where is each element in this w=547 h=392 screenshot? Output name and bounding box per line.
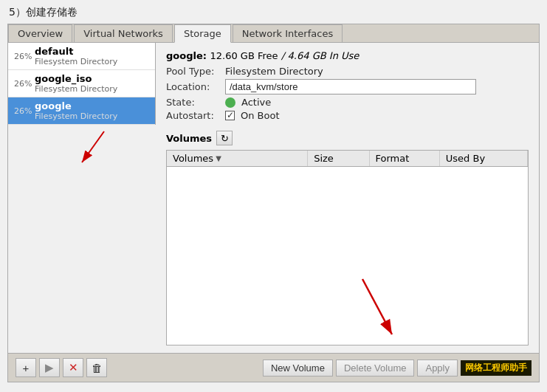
pool-type-default: Filesystem Directory bbox=[35, 57, 149, 66]
volumes-header: Volumes ↻ bbox=[166, 131, 529, 145]
pool-detail-title: google: 12.60 GB Free / 4.64 GB In Use bbox=[166, 50, 359, 61]
bottom-toolbar: + ▶ ✕ 🗑 New Volume Delete Volume Apply 网… bbox=[8, 353, 539, 382]
svg-line-1 bbox=[82, 131, 104, 162]
autostart-label: Autostart: bbox=[166, 110, 225, 121]
watermark: 网络工程师助手 bbox=[461, 360, 531, 376]
new-volume-label: New Volume bbox=[271, 362, 325, 374]
pool-info-google-iso: google_iso Filesystem Directory bbox=[35, 73, 149, 94]
col-volumes-arrow: ▼ bbox=[216, 154, 221, 162]
pool-type-row: Pool Type: Filesystem Directory bbox=[166, 66, 529, 77]
pool-detail-name: google: bbox=[166, 50, 207, 61]
location-input[interactable] bbox=[225, 79, 476, 94]
pool-info-default: default Filesystem Directory bbox=[35, 46, 149, 66]
volumes-table: Volumes ▼ Size Format bbox=[167, 151, 528, 167]
tab-storage[interactable]: Storage bbox=[174, 24, 231, 43]
left-panel: 26% default Filesystem Directory 26% goo… bbox=[8, 43, 156, 125]
autostart-row: Autostart: On Boot bbox=[166, 110, 529, 121]
col-format-label: Format bbox=[376, 153, 410, 164]
delete-button[interactable]: ✕ bbox=[63, 358, 83, 377]
location-value bbox=[225, 79, 476, 94]
content-area: 26% default Filesystem Directory 26% goo… bbox=[8, 43, 539, 353]
pool-percent-google-iso: 26% bbox=[14, 79, 35, 89]
page-header: 5）创建存储卷 bbox=[0, 0, 547, 24]
pool-type-google: Filesystem Directory bbox=[35, 111, 149, 121]
apply-label: Apply bbox=[425, 362, 450, 374]
new-volume-button[interactable]: New Volume bbox=[263, 360, 333, 376]
refresh-button[interactable]: ↻ bbox=[216, 131, 233, 145]
pool-detail-free: 12.60 GB Free bbox=[210, 50, 278, 61]
trash-icon: 🗑 bbox=[92, 362, 103, 374]
pool-type-label: Pool Type: bbox=[166, 66, 225, 77]
state-value: Active bbox=[225, 97, 271, 108]
pool-type-google-iso: Filesystem Directory bbox=[35, 84, 149, 94]
pool-name-google-iso: google_iso bbox=[35, 73, 149, 84]
delete-volume-button[interactable]: Delete Volume bbox=[336, 360, 415, 376]
play-button[interactable]: ▶ bbox=[39, 358, 60, 377]
play-icon: ▶ bbox=[45, 361, 54, 374]
location-label: Location: bbox=[166, 81, 225, 92]
autostart-checkbox-icon bbox=[225, 111, 235, 120]
volumes-label: Volumes bbox=[166, 133, 212, 144]
right-panel: google: 12.60 GB Free / 4.64 GB In Use P… bbox=[156, 43, 539, 353]
delete-volume-label: Delete Volume bbox=[344, 362, 407, 374]
page-title: 5）创建存储卷 bbox=[9, 6, 78, 18]
tab-virtual-networks[interactable]: Virtual Networks bbox=[74, 24, 173, 42]
add-icon: + bbox=[23, 362, 30, 374]
delete-icon: ✕ bbox=[69, 361, 78, 374]
pool-detail-inuse: / 4.64 GB In Use bbox=[281, 50, 359, 61]
tab-overview[interactable]: Overview bbox=[8, 24, 72, 42]
pool-percent-default: 26% bbox=[14, 52, 35, 61]
col-volumes-label: Volumes bbox=[173, 153, 213, 164]
autostart-value: On Boot bbox=[225, 110, 280, 121]
tab-network-interfaces[interactable]: Network Interfaces bbox=[233, 24, 343, 42]
main-container: Overview Virtual Networks Storage Networ… bbox=[7, 24, 540, 382]
pool-percent-google: 26% bbox=[14, 106, 35, 116]
pool-name-google: google bbox=[35, 100, 149, 111]
location-row: Location: bbox=[166, 79, 529, 94]
state-label: State: bbox=[166, 97, 225, 108]
state-text: Active bbox=[241, 97, 271, 108]
state-row: State: Active bbox=[166, 97, 529, 108]
volumes-section: Volumes ↻ Volumes bbox=[166, 131, 529, 345]
refresh-icon: ↻ bbox=[221, 133, 229, 144]
pool-type-value: Filesystem Directory bbox=[225, 66, 323, 77]
pool-detail-header: google: 12.60 GB Free / 4.64 GB In Use bbox=[166, 50, 529, 61]
volumes-table-container: Volumes ▼ Size Format bbox=[166, 150, 529, 345]
pool-item-google-iso[interactable]: 26% google_iso Filesystem Directory bbox=[8, 70, 155, 97]
tab-bar: Overview Virtual Networks Storage Networ… bbox=[8, 24, 539, 43]
col-usedby-label: Used By bbox=[446, 153, 485, 164]
col-size-label: Size bbox=[314, 153, 334, 164]
apply-button[interactable]: Apply bbox=[417, 360, 458, 376]
col-format: Format bbox=[369, 151, 439, 167]
col-usedby: Used By bbox=[439, 151, 527, 167]
pool-item-google[interactable]: 26% google Filesystem Directory bbox=[8, 97, 155, 125]
pool-name-default: default bbox=[35, 46, 149, 57]
add-button[interactable]: + bbox=[16, 358, 36, 377]
pool-info-google: google Filesystem Directory bbox=[35, 100, 149, 121]
pool-detail-table: Pool Type: Filesystem Directory Location… bbox=[166, 66, 529, 123]
trash-button[interactable]: 🗑 bbox=[86, 358, 107, 377]
pool-item-default[interactable]: 26% default Filesystem Directory bbox=[8, 43, 155, 70]
autostart-text: On Boot bbox=[241, 110, 280, 121]
state-active-icon bbox=[225, 97, 235, 108]
col-volumes[interactable]: Volumes ▼ bbox=[167, 151, 308, 167]
col-size: Size bbox=[308, 151, 369, 167]
